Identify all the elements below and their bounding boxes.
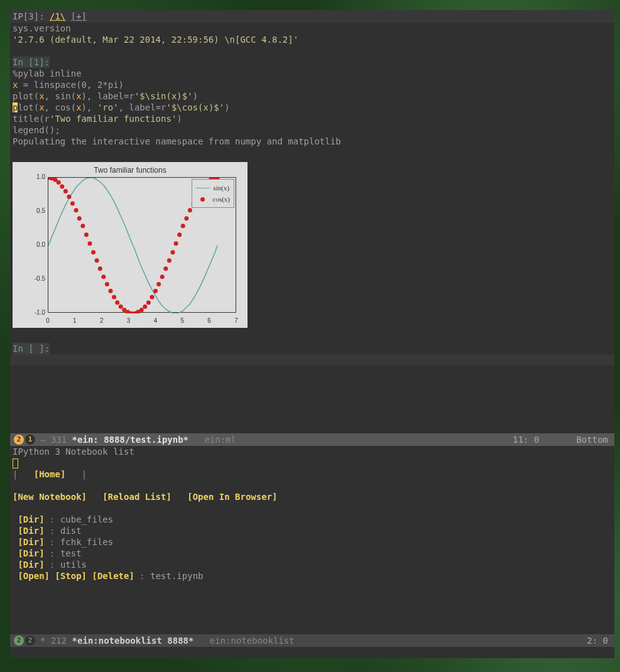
plot-call: plot(	[13, 91, 39, 101]
code-line-plot-cos[interactable]: plot(x, cos(x), 'ro', label=r'$\cos(x)$'…	[10, 102, 614, 113]
svg-point-6	[67, 195, 72, 199]
matplotlib-figure: Two familiar functions sin(x) cos(x) -1.…	[13, 162, 247, 328]
svg-point-8	[74, 208, 79, 212]
svg-point-39	[181, 224, 185, 228]
colon: :	[45, 537, 60, 547]
dir-link[interactable]: [Dir]	[18, 560, 44, 570]
sin-call: , sin(	[45, 91, 77, 101]
stop-link[interactable]: [Stop]	[55, 571, 87, 581]
dir-dist[interactable]: dist	[60, 526, 82, 536]
paren: )	[119, 80, 124, 90]
tab-prefix: IP[3]:	[13, 11, 45, 21]
svg-point-16	[101, 274, 106, 279]
dir-utils[interactable]: utils	[60, 560, 87, 570]
svg-point-15	[98, 266, 102, 271]
code-legend[interactable]: legend();	[13, 125, 60, 135]
colon: :	[45, 560, 60, 570]
code-line-title[interactable]: title(r'Two familiar functions')	[10, 113, 614, 124]
svg-point-17	[105, 282, 109, 286]
svg-point-32	[156, 282, 161, 286]
ytick: -0.5	[24, 275, 45, 282]
mode-percent: Bottom	[576, 435, 608, 445]
dir-link[interactable]: [Dir]	[18, 548, 44, 558]
input-prompt-empty[interactable]: In [ ]:	[13, 343, 50, 354]
dir-test[interactable]: test	[60, 548, 82, 558]
emacs-frame: IP[3]: /1\ [+] sys.version '2.7.6 (defau…	[10, 10, 614, 658]
svg-point-28	[143, 305, 147, 309]
mode-linenum-b: 212	[51, 634, 67, 647]
chart-title: Two familiar functions	[13, 166, 247, 175]
xtick: 0	[46, 317, 50, 324]
xtick: 1	[73, 317, 77, 324]
delete-link[interactable]: [Delete]	[92, 571, 134, 581]
colon: :	[45, 514, 60, 524]
input-prompt-1: In [1]:	[13, 57, 50, 68]
xtick: 5	[181, 317, 185, 324]
svg-point-30	[150, 295, 155, 300]
code-line-linspace[interactable]: x = linspace(0, 2*pi)	[10, 79, 614, 90]
legend-line-icon	[196, 188, 210, 188]
title-call: title(r	[13, 114, 50, 124]
legend-sin: sin(x)	[214, 184, 230, 192]
pipe-left: |	[13, 469, 18, 479]
xtick: 6	[207, 317, 211, 324]
home-link[interactable]: [Home]	[34, 469, 66, 479]
mode-major-b: ein:notebooklist	[210, 634, 295, 647]
tab-bar: IP[3]: /1\ [+]	[10, 10, 614, 23]
svg-point-37	[174, 241, 178, 246]
badge-window-2c: 2	[25, 636, 35, 646]
var-x: x	[39, 102, 44, 112]
str-ro: 'ro'	[97, 102, 119, 112]
mode-buffer-name[interactable]: *ein: 8888/test.ipynb*	[72, 433, 188, 446]
mode-position-b: 2: 0	[587, 636, 608, 646]
xtick: 3	[127, 317, 131, 324]
svg-point-10	[80, 224, 85, 228]
var-x: x	[76, 102, 81, 112]
svg-point-18	[109, 289, 113, 293]
code-magic[interactable]: %pylab inline	[13, 68, 82, 79]
new-notebook-button[interactable]: [New Notebook]	[13, 492, 87, 502]
svg-point-4	[60, 185, 64, 189]
var-x: x	[39, 91, 44, 101]
dir-link[interactable]: [Dir]	[18, 514, 44, 524]
open-in-browser-button[interactable]: [Open In Browser]	[187, 492, 277, 502]
comma: ),	[82, 102, 97, 112]
reload-list-button[interactable]: [Reload List]	[102, 492, 171, 502]
cos-call: , cos(	[45, 102, 77, 112]
output-populating: Populating the interactive namespace fro…	[13, 136, 341, 146]
minibuffer[interactable]	[10, 647, 614, 658]
svg-point-21	[119, 305, 123, 309]
open-link[interactable]: [Open]	[18, 571, 50, 581]
code-sys-version[interactable]: sys.version	[13, 23, 71, 33]
svg-point-14	[95, 258, 99, 263]
code-line-plot-sin[interactable]: plot(x, sin(x), label=r'$\sin(x)$')	[10, 90, 614, 102]
top-buffer: IP[3]: /1\ [+] sys.version '2.7.6 (defau…	[10, 10, 614, 433]
empty-cell[interactable]	[10, 354, 614, 366]
dir-fchk-files[interactable]: fchk_files	[60, 537, 113, 547]
dir-cube-files[interactable]: cube_files	[60, 514, 113, 524]
mode-position: 11: 0	[513, 435, 539, 445]
svg-point-35	[167, 258, 171, 263]
mode-buffer-name-b[interactable]: *ein:notebooklist 8888*	[72, 634, 194, 647]
tab-active[interactable]: /1\	[50, 11, 65, 21]
colon: :	[45, 548, 60, 558]
str-title: 'Two familiar functions'	[50, 114, 177, 124]
svg-point-19	[112, 295, 116, 300]
svg-point-31	[153, 289, 158, 293]
file-test-ipynb[interactable]: test.ipynb	[150, 571, 203, 581]
tab-new[interactable]: [+]	[71, 11, 87, 21]
mult: 2*	[97, 80, 108, 90]
svg-point-41	[188, 208, 192, 212]
svg-point-29	[146, 300, 151, 305]
paren: )	[177, 114, 182, 124]
mode-linenum: 331	[51, 433, 67, 446]
nblist-heading: IPython 3 Notebook list	[13, 447, 134, 457]
svg-point-9	[77, 216, 82, 220]
dir-link[interactable]: [Dir]	[18, 537, 44, 547]
ytick: -1.0	[24, 309, 45, 316]
code-text: = linspace(	[18, 80, 81, 90]
dir-link[interactable]: [Dir]	[18, 526, 44, 536]
pi: pi	[108, 80, 119, 90]
svg-point-11	[84, 232, 89, 237]
svg-point-12	[88, 241, 92, 246]
